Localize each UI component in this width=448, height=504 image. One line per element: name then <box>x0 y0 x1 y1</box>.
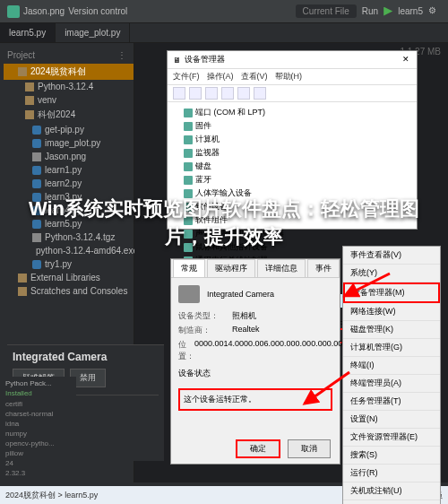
project-avatar-icon <box>7 5 20 18</box>
ctx-item[interactable]: 计算机管理(G) <box>343 339 440 357</box>
device-tree-item[interactable]: 端口 (COM 和 LPT) <box>171 106 413 119</box>
status-label: 设备状态 <box>178 368 332 379</box>
device-tree-item[interactable]: 蓝牙 <box>171 173 413 187</box>
ctx-item[interactable]: 系统(Y) <box>343 265 440 282</box>
device-status-box: 这个设备运转正常。 <box>178 388 332 411</box>
breadcrumb: 2024脱贫科创 > learn5.py <box>5 490 98 501</box>
tree-item[interactable]: try1.py <box>4 257 134 271</box>
close-icon[interactable]: ✕ <box>401 55 411 65</box>
devmgr-menubar[interactable]: 文件(F)操作(A)查看(V)帮助(H) <box>168 69 417 85</box>
ctx-item[interactable]: 终端管理员(A) <box>343 375 440 393</box>
tree-item[interactable]: get-pip.py <box>4 123 134 136</box>
ctx-item[interactable]: 桌面(D) <box>343 500 440 504</box>
cancel-button[interactable]: 取消 <box>288 439 331 458</box>
tree-item[interactable]: 科创2024 <box>4 107 134 123</box>
ctx-item[interactable]: 设备管理器(M) <box>343 282 440 303</box>
tree-item[interactable]: learn1.py <box>4 163 134 177</box>
devmgr-titlebar[interactable]: 🖥 设备管理器 ✕ <box>168 51 417 69</box>
search-scope[interactable]: Current File <box>296 4 357 18</box>
editor-tabs: learn5.py image_plot.py <box>0 23 448 43</box>
camera-icon <box>178 285 200 303</box>
tree-item[interactable]: venv <box>4 93 134 107</box>
project-tree[interactable]: 2024脱贫科创Python-3.12.4venv科创2024get-pip.p… <box>0 64 134 298</box>
ctx-item[interactable]: 设置(N) <box>343 411 440 429</box>
tree-item[interactable]: image_plot.py <box>4 136 134 150</box>
run-target[interactable]: learn5 <box>398 6 423 16</box>
ctx-item[interactable]: 关机或注销(U) <box>343 482 440 500</box>
device-tree-item[interactable]: 键盘 <box>171 160 413 173</box>
device-tree-item[interactable]: 监视器 <box>171 146 413 160</box>
tab-learn5[interactable]: learn5.py <box>0 23 56 42</box>
ctx-item[interactable]: 搜索(S) <box>343 447 440 465</box>
tree-item[interactable]: learn2.py <box>4 177 134 190</box>
article-title-overlay: Win系统实时预览图片软件盘点：轻松管理图片，提升效率 <box>0 196 448 251</box>
camera-panel-title: Integrated Camera <box>13 351 159 363</box>
project-name: Jason.png <box>23 6 65 16</box>
tab-image-plot[interactable]: image_plot.py <box>56 23 130 42</box>
run-label: Run <box>362 6 378 16</box>
ctx-item[interactable]: 文件资源管理器(E) <box>343 429 440 447</box>
winx-context-menu[interactable]: 事件查看器(V)系统(Y)设备管理器(M)网络连接(W)磁盘管理(K)计算机管理… <box>342 246 441 504</box>
device-name: Integrated Camera <box>207 290 274 299</box>
ctx-item[interactable]: 磁盘管理(K) <box>343 321 440 339</box>
ctx-item[interactable]: 任务管理器(T) <box>343 393 440 411</box>
python-packages-panel[interactable]: Python Pack... Installed certificharset-… <box>0 377 76 481</box>
sidebar-header: Project⋮ <box>0 47 134 64</box>
device-properties-dialog: 常规驱动程序详细信息事件 Integrated Camera 设备类型：照相机制… <box>170 258 340 465</box>
vcs-label[interactable]: Version control <box>68 6 127 16</box>
ctx-item[interactable]: 终端(I) <box>343 357 440 375</box>
devmgr-icon: 🖥 <box>173 56 181 65</box>
ok-button[interactable]: 确定 <box>236 439 280 458</box>
tree-item[interactable]: Python-3.12.4 <box>4 80 134 93</box>
tree-item[interactable]: Scratches and Consoles <box>4 284 134 298</box>
ctx-item[interactable]: 运行(R) <box>343 465 440 482</box>
ide-titlebar: Jason.png Version control Current File R… <box>0 0 448 23</box>
tree-item[interactable]: Jason.png <box>4 150 134 163</box>
ctx-item[interactable]: 网络连接(W) <box>343 303 440 321</box>
properties-tabs[interactable]: 常规驱动程序详细信息事件 <box>171 259 340 278</box>
project-selector[interactable]: Jason.png Version control <box>7 5 127 18</box>
device-tree-item[interactable]: 计算机 <box>171 133 413 146</box>
tree-item[interactable]: External Libraries <box>4 271 134 284</box>
device-tree-item[interactable]: 固件 <box>171 119 413 133</box>
tree-item[interactable]: 2024脱贫科创 <box>4 64 134 80</box>
run-button-icon[interactable] <box>383 7 392 16</box>
gear-icon[interactable]: ⚙ <box>428 5 441 18</box>
devmgr-toolbar[interactable] <box>168 85 417 102</box>
